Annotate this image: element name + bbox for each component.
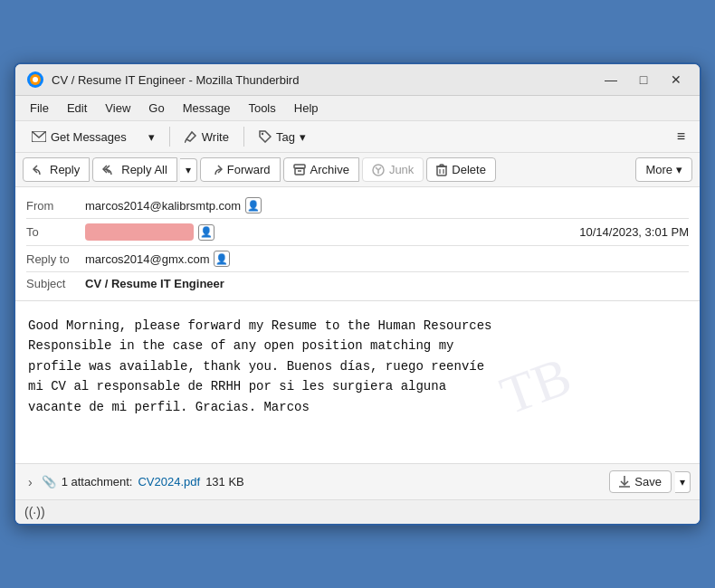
reply-to-row: Reply to marcos2014@gmx.com 👤 [26,248,689,270]
title-bar: CV / Resume IT Engineer - Mozilla Thunde… [15,64,700,96]
from-value: marcos2014@kalibrsmtp.com [85,199,241,213]
minimize-button[interactable]: — [598,70,624,90]
reply-all-icon [102,165,117,175]
to-value-blurred [85,223,194,241]
email-timestamp: 10/14/2023, 3:01 PM [579,225,689,239]
more-button[interactable]: More ▾ [635,157,692,182]
write-label: Write [202,130,229,144]
archive-label: Archive [310,163,349,176]
tag-label: Tag [276,130,295,144]
reply-all-label: Reply All [121,163,167,176]
junk-icon [372,164,385,176]
toolbar-separator-2 [243,127,244,147]
paperclip-icon: 📎 [42,475,56,488]
more-label: More [645,163,672,176]
attachment-filename[interactable]: CV2024.pdf [138,475,200,488]
email-icon [32,131,46,142]
toolbar-separator [169,127,170,147]
reply-to-label: Reply to [26,252,85,266]
menu-help[interactable]: Help [287,99,326,118]
junk-label: Junk [389,163,414,176]
header-divider-3 [26,271,689,272]
junk-button[interactable]: Junk [362,157,424,182]
svg-rect-12 [440,165,443,166]
forward-button[interactable]: Forward [200,157,281,182]
attachment-count: 1 attachment: [62,475,133,488]
svg-rect-10 [437,166,446,175]
menu-message[interactable]: Message [176,99,238,118]
write-button[interactable]: Write [176,127,238,147]
svg-point-5 [262,133,263,135]
app-window: CV / Resume IT Engineer - Mozilla Thunde… [14,62,701,526]
tag-button[interactable]: Tag ▾ [250,127,315,147]
archive-icon [293,164,306,175]
save-label: Save [634,475,662,488]
menu-tools[interactable]: Tools [241,99,282,118]
save-dropdown-button[interactable]: ▾ [675,471,691,493]
app-icon [26,71,44,89]
reply-to-value: marcos2014@gmx.com [85,252,209,266]
header-divider-1 [26,218,689,219]
svg-line-4 [185,139,186,143]
reply-to-person-icon[interactable]: 👤 [214,251,230,267]
from-person-icon[interactable]: 👤 [245,197,262,213]
reply-all-button[interactable]: Reply All [92,157,177,182]
to-person-icon[interactable]: 👤 [198,224,214,241]
attachment-expand-button[interactable]: › [24,473,36,491]
wifi-icon: ((·)) [24,505,45,519]
header-divider-2 [26,245,689,246]
reply-icon [33,165,45,175]
subject-row: Subject CV / Resume IT Engineer [26,274,689,293]
menu-go[interactable]: Go [141,99,171,118]
get-messages-button[interactable]: Get Messages [23,127,136,147]
from-label: From [26,199,85,213]
tag-dropdown-icon: ▾ [300,130,306,144]
get-messages-dropdown[interactable]: ▾ [139,127,164,147]
delete-label: Delete [452,163,486,176]
reply-button[interactable]: Reply [23,157,90,182]
reply-all-dropdown[interactable]: ▾ [180,158,197,182]
title-bar-controls: — □ ✕ [598,70,689,90]
menu-bar: File Edit View Go Message Tools Help [15,96,700,121]
attachment-info: › 📎 1 attachment: CV2024.pdf 131 KB [24,473,602,491]
menu-file[interactable]: File [23,99,56,118]
from-row: From marcos2014@kalibrsmtp.com 👤 [26,194,689,216]
get-messages-label: Get Messages [51,130,127,144]
email-header: From marcos2014@kalibrsmtp.com 👤 To 👤 10… [15,187,700,301]
subject-value: CV / Resume IT Engineer [85,277,224,290]
save-button[interactable]: Save [609,470,672,493]
to-row: To 👤 10/14/2023, 3:01 PM [26,221,689,243]
attachment-filesize: 131 KB [205,475,244,488]
attachment-bar: › 📎 1 attachment: CV2024.pdf 131 KB Save… [15,464,700,500]
maximize-button[interactable]: □ [631,70,656,90]
menu-view[interactable]: View [98,99,138,118]
title-bar-left: CV / Resume IT Engineer - Mozilla Thunde… [26,71,299,89]
email-body: Good Morning, please forward my Resume t… [15,301,700,464]
close-button[interactable]: ✕ [663,70,689,90]
archive-button[interactable]: Archive [283,157,359,182]
email-body-text: Good Morning, please forward my Resume t… [28,318,491,414]
delete-icon [436,164,447,176]
status-bar: ((·)) [15,500,700,524]
reply-label: Reply [50,163,80,176]
menu-edit[interactable]: Edit [60,99,94,118]
save-download-icon [619,476,630,488]
forward-icon [210,165,223,175]
svg-point-2 [33,77,38,82]
toolbar: Get Messages ▾ Write Tag ▾ ≡ [15,121,700,153]
action-bar: Reply Reply All ▾ Forward Archive [15,153,700,187]
to-label: To [26,225,85,239]
attachment-actions: Save ▾ [609,470,691,493]
subject-label: Subject [26,277,85,290]
window-title: CV / Resume IT Engineer - Mozilla Thunde… [52,73,299,87]
tag-icon [259,130,272,143]
forward-label: Forward [227,163,271,176]
write-icon [185,130,197,143]
hamburger-button[interactable]: ≡ [670,125,692,148]
delete-button[interactable]: Delete [426,157,496,182]
more-chevron-icon: ▾ [676,163,682,176]
